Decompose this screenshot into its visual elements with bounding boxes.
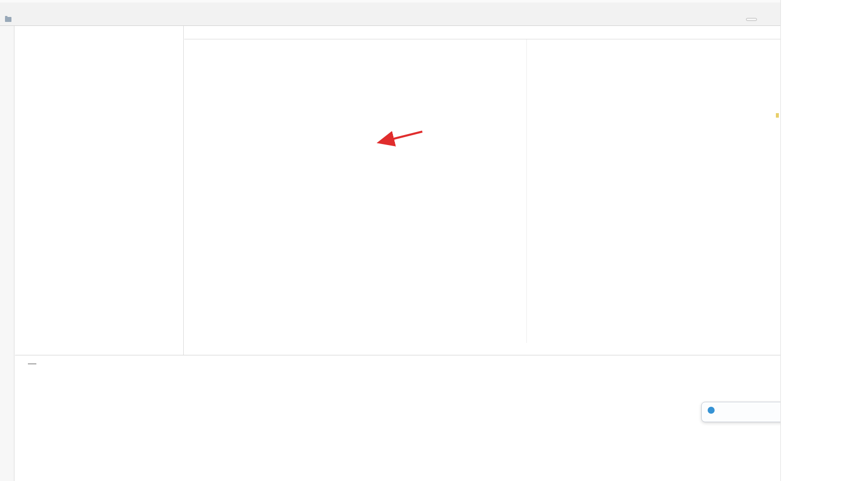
menu-bar — [0, 2, 780, 13]
notification-balloon — [701, 402, 781, 422]
terminal-output[interactable] — [15, 369, 780, 377]
project-folder-icon — [5, 17, 11, 22]
scrollbar-highlight-mark — [776, 113, 779, 118]
terminal-panel — [15, 355, 780, 481]
terminal-tab-local[interactable] — [28, 360, 36, 364]
screenshot-root — [0, 0, 868, 481]
editor-breadcrumbs — [184, 343, 780, 355]
info-icon — [708, 407, 715, 414]
right-margin-guide — [526, 39, 527, 343]
project-tree — [15, 39, 183, 40]
left-toolstrip — [0, 26, 14, 481]
project-panel — [15, 26, 184, 355]
annotation-arrow — [366, 124, 431, 149]
project-panel-header — [15, 26, 183, 39]
toolbar-right — [746, 16, 780, 23]
add-configuration-button[interactable] — [746, 18, 757, 21]
ide-window — [0, 0, 781, 481]
terminal-header — [15, 355, 780, 369]
editor[interactable] — [184, 26, 780, 355]
toolbar — [0, 13, 780, 26]
breadcrumb — [5, 17, 11, 22]
editor-tabs — [184, 26, 780, 39]
code-area[interactable] — [184, 39, 780, 343]
